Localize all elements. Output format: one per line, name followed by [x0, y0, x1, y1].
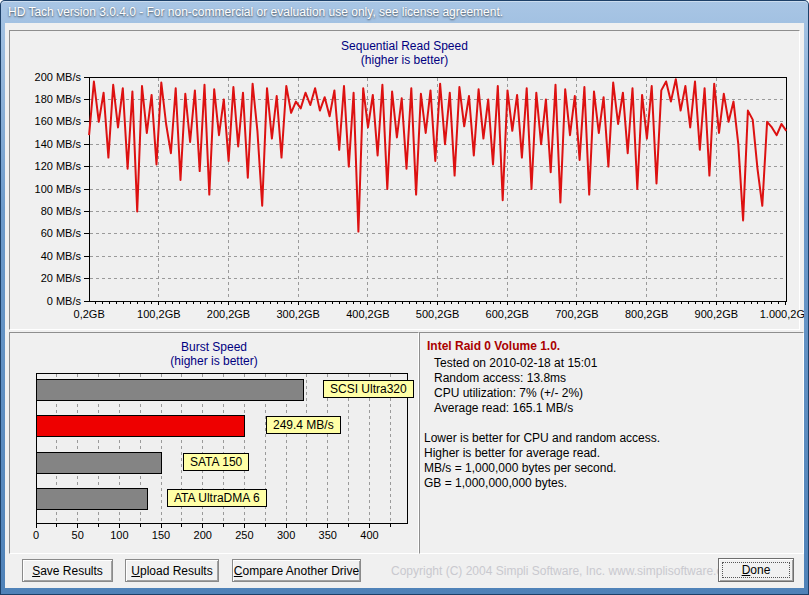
test-details: Tested on 2010-02-18 at 15:01Random acce… [434, 356, 797, 416]
info-line: MB/s = 1,000,000 bytes per second. [424, 461, 797, 476]
bar-value-label: SATA 150 [183, 453, 249, 471]
upload-results-button[interactable]: Upload Results [125, 559, 219, 582]
y-axis-label: 20 MB/s [41, 272, 81, 284]
x-axis-label: 400 [360, 529, 378, 541]
done-button[interactable]: Done [718, 558, 794, 582]
copyright-text: Copyright (C) 2004 Simpli Software, Inc.… [391, 564, 713, 578]
bar-value-label: 249.4 MB/s [266, 416, 341, 434]
x-axis-label: 600,2GB [486, 308, 529, 320]
results-info-text: Intel Raid 0 Volume 1.0. Tested on 2010-… [420, 333, 803, 491]
info-line: GB = 1,000,000,000 bytes. [424, 476, 797, 491]
y-axis-label: 60 MB/s [41, 227, 81, 239]
info-line: Average read: 165.1 MB/s [434, 401, 797, 416]
x-axis-label: 100 [110, 529, 128, 541]
sequential-x-axis-labels: 0,2GB100,2GB200,2GB300,2GB400,2GB500,2GB… [89, 308, 789, 322]
x-axis-label: 0,2GB [74, 308, 105, 320]
compare-another-drive-button[interactable]: Compare Another Drive [232, 559, 361, 582]
sequential-chart-subtitle: (higher is better) [10, 53, 799, 67]
drive-name: Intel Raid 0 Volume 1.0. [427, 339, 797, 354]
client-area: Sequential Read Speed (higher is better)… [5, 23, 804, 588]
x-axis-label: 250 [235, 529, 253, 541]
x-axis-label: 800,2GB [625, 308, 668, 320]
x-axis-label: 200 [194, 529, 212, 541]
legend-notes: Lower is better for CPU and random acces… [424, 431, 797, 491]
y-axis-label: 80 MB/s [41, 205, 81, 217]
sequential-chart-title: Sequential Read Speed [10, 39, 799, 53]
x-axis-label: 400,2GB [346, 308, 389, 320]
x-axis-label: 100,2GB [137, 308, 180, 320]
save-results-button[interactable]: Save Results [22, 559, 113, 582]
y-axis-label: 120 MB/s [35, 160, 81, 172]
titlebar[interactable]: HD Tach version 3.0.4.0 - For non-commer… [1, 1, 808, 23]
results-info-panel: Intel Raid 0 Volume 1.0. Tested on 2010-… [419, 332, 804, 554]
x-axis-label: 50 [72, 529, 84, 541]
window-title: HD Tach version 3.0.4.0 - For non-commer… [8, 5, 503, 19]
sequential-read-panel: Sequential Read Speed (higher is better)… [9, 30, 800, 330]
y-axis-label: 160 MB/s [35, 115, 81, 127]
info-line: Random access: 13.8ms [434, 371, 797, 386]
y-axis-label: 200 MB/s [35, 71, 81, 83]
burst-x-axis-labels: 050100150200250300350400 [36, 529, 416, 543]
x-axis-label: 500,2GB [416, 308, 459, 320]
y-axis-label: 40 MB/s [41, 250, 81, 262]
y-axis-label: 140 MB/s [35, 138, 81, 150]
x-axis-label: 700,2GB [555, 308, 598, 320]
x-axis-label: 300 [277, 529, 295, 541]
x-axis-label: 0 [33, 529, 39, 541]
burst-chart-title: Burst Speed [10, 340, 418, 354]
x-axis-label: 200,2GB [207, 308, 250, 320]
x-axis-label: 1.000,2GB [760, 308, 804, 320]
x-axis-label: 300,2GB [276, 308, 319, 320]
burst-chart-subtitle: (higher is better) [10, 354, 418, 368]
info-line: CPU utilization: 7% (+/- 2%) [434, 386, 797, 401]
y-axis-label: 0 MB/s [47, 295, 81, 307]
focus-rect [722, 562, 790, 578]
y-axis-label: 180 MB/s [35, 93, 81, 105]
info-line: Tested on 2010-02-18 at 15:01 [434, 356, 797, 371]
x-axis-label: 350 [319, 529, 337, 541]
y-axis-label: 100 MB/s [35, 183, 81, 195]
x-axis-label: 900,2GB [695, 308, 738, 320]
burst-speed-panel: Burst Speed (higher is better) SCSI Ultr… [9, 332, 419, 554]
bar-value-label: ATA UltraDMA 6 [167, 489, 267, 507]
sequential-read-chart [83, 77, 787, 306]
info-line: Lower is better for CPU and random acces… [424, 431, 797, 446]
x-axis-label: 150 [152, 529, 170, 541]
sequential-y-axis-labels: 200 MB/s180 MB/s160 MB/s140 MB/s120 MB/s… [14, 77, 81, 301]
bar-value-label: SCSI Ultra320 [323, 380, 414, 398]
hdtach-window: HD Tach version 3.0.4.0 - For non-commer… [0, 0, 809, 595]
info-line: Higher is better for average read. [424, 446, 797, 461]
